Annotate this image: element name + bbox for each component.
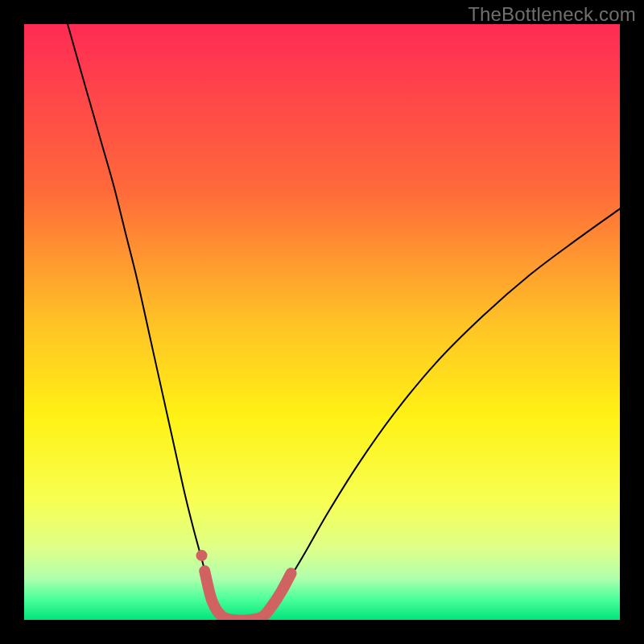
chart-plot-area <box>24 24 620 620</box>
watermark-text: TheBottleneck.com <box>468 3 636 26</box>
chart-svg <box>24 24 620 620</box>
highlight-marker <box>196 550 208 561</box>
chart-background <box>24 24 620 620</box>
chart-frame: TheBottleneck.com <box>0 0 644 644</box>
